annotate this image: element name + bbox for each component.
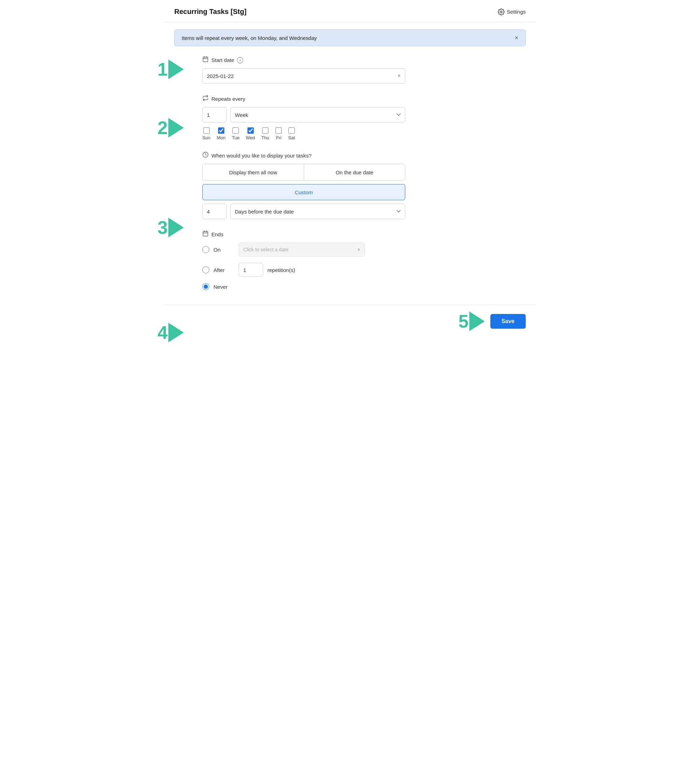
step-1-arrow xyxy=(168,59,184,79)
step-3-arrow xyxy=(168,218,184,237)
svg-rect-6 xyxy=(203,231,208,236)
step-2-number: 2 xyxy=(158,119,168,137)
ends-calendar-icon xyxy=(202,230,209,238)
repetitions-input[interactable] xyxy=(239,263,263,277)
day-wed-checkbox[interactable] xyxy=(247,127,254,134)
repetitions-suffix: repetition(s) xyxy=(267,267,295,273)
start-date-label: Start date i xyxy=(202,56,526,64)
repeats-section: Repeats every Week Day Month Year Sun xyxy=(202,95,526,141)
day-mon-checkbox[interactable] xyxy=(218,127,224,134)
start-date-input[interactable] xyxy=(207,73,398,79)
days-before-input[interactable] xyxy=(202,204,227,219)
banner-text: Items will repeat every week, on Monday,… xyxy=(182,35,317,41)
start-date-section: Start date i × xyxy=(202,56,526,84)
day-sat: Sat xyxy=(288,127,295,141)
day-thu-checkbox[interactable] xyxy=(262,127,269,134)
day-thu-label: Thu xyxy=(261,135,269,141)
footer: 5 Save xyxy=(164,305,536,337)
step-3-indicator: 3 xyxy=(158,218,184,237)
ends-on-radio[interactable] xyxy=(202,246,209,253)
display-custom-button[interactable]: Custom xyxy=(202,184,405,200)
repeats-number-input[interactable] xyxy=(202,107,227,122)
ends-on-clear[interactable]: × xyxy=(357,247,360,252)
day-sun: Sun xyxy=(202,127,210,141)
repeats-label: Repeats every xyxy=(202,95,526,103)
day-tue-checkbox[interactable] xyxy=(233,127,239,134)
day-sat-label: Sat xyxy=(288,135,295,141)
day-tue-label: Tue xyxy=(232,135,239,141)
ends-on-label: On xyxy=(214,247,234,253)
page-title: Recurring Tasks [Stg] xyxy=(174,8,246,16)
display-due-date-button[interactable]: On the due date xyxy=(304,164,405,180)
calendar-icon xyxy=(202,56,209,64)
step-5-number: 5 xyxy=(458,312,469,330)
ends-never-radio[interactable] xyxy=(202,283,209,290)
ends-on-option: On Click to select a date × xyxy=(202,242,526,256)
app-header: Recurring Tasks [Stg] Settings xyxy=(164,0,536,22)
ends-text: Ends xyxy=(211,231,223,237)
display-question-text: When would you like to display your task… xyxy=(211,153,311,159)
start-date-info-icon[interactable]: i xyxy=(237,57,243,63)
start-date-text: Start date xyxy=(211,57,234,63)
clock-icon xyxy=(202,151,209,159)
info-banner: Items will repeat every week, on Monday,… xyxy=(174,30,526,46)
repeats-controls: Week Day Month Year xyxy=(202,107,405,122)
days-of-week: Sun Mon Tue Wed Thu xyxy=(202,127,526,141)
repeats-period-select[interactable]: Week Day Month Year xyxy=(230,107,405,122)
ends-section: Ends On Click to select a date × After r… xyxy=(202,230,526,290)
repeats-text: Repeats every xyxy=(211,96,245,102)
step-2-arrow xyxy=(168,118,184,137)
start-date-input-container: × xyxy=(202,68,405,84)
ends-after-radio[interactable] xyxy=(202,266,209,273)
banner-close-button[interactable]: × xyxy=(514,34,518,41)
day-fri: Fri xyxy=(275,127,282,141)
step-3-number: 3 xyxy=(158,219,168,237)
day-fri-label: Fri xyxy=(276,135,281,141)
day-thu: Thu xyxy=(261,127,269,141)
display-question: When would you like to display your task… xyxy=(202,151,526,159)
step-5-arrow xyxy=(469,312,485,331)
day-wed-label: Wed xyxy=(246,135,255,141)
day-wed: Wed xyxy=(246,127,255,141)
gear-icon xyxy=(498,8,505,16)
day-sat-checkbox[interactable] xyxy=(288,127,295,134)
ends-never-label: Never xyxy=(214,284,234,290)
ends-on-placeholder: Click to select a date xyxy=(243,247,288,252)
display-section: When would you like to display your task… xyxy=(202,151,526,219)
day-mon-label: Mon xyxy=(217,135,225,141)
step-1-number: 1 xyxy=(158,60,168,78)
day-sun-label: Sun xyxy=(202,135,210,141)
display-toggle-buttons: Display them all now On the due date xyxy=(202,164,405,181)
day-mon: Mon xyxy=(217,127,225,141)
days-before-select[interactable]: Days before the due date Weeks before th… xyxy=(230,204,405,219)
ends-after-option: After repetition(s) xyxy=(202,263,526,277)
start-date-clear-button[interactable]: × xyxy=(398,73,401,79)
day-tue: Tue xyxy=(232,127,239,141)
day-sun-checkbox[interactable] xyxy=(203,127,209,134)
step-2-indicator: 2 xyxy=(158,118,184,137)
settings-label: Settings xyxy=(507,9,526,15)
step-1-indicator: 1 xyxy=(158,59,184,79)
svg-rect-1 xyxy=(203,57,208,62)
day-fri-checkbox[interactable] xyxy=(275,127,282,134)
display-all-now-button[interactable]: Display them all now xyxy=(203,164,304,180)
ends-label: Ends xyxy=(202,230,526,238)
ends-never-option: Never xyxy=(202,283,526,290)
save-button[interactable]: Save xyxy=(491,314,526,329)
step-5-indicator: 5 xyxy=(458,312,485,331)
custom-options-row: Days before the due date Weeks before th… xyxy=(202,204,405,219)
ends-on-date-display[interactable]: Click to select a date × xyxy=(239,242,365,256)
ends-after-label: After xyxy=(214,267,234,273)
settings-button[interactable]: Settings xyxy=(498,8,526,16)
repeat-icon xyxy=(202,95,209,103)
svg-point-0 xyxy=(500,11,502,12)
